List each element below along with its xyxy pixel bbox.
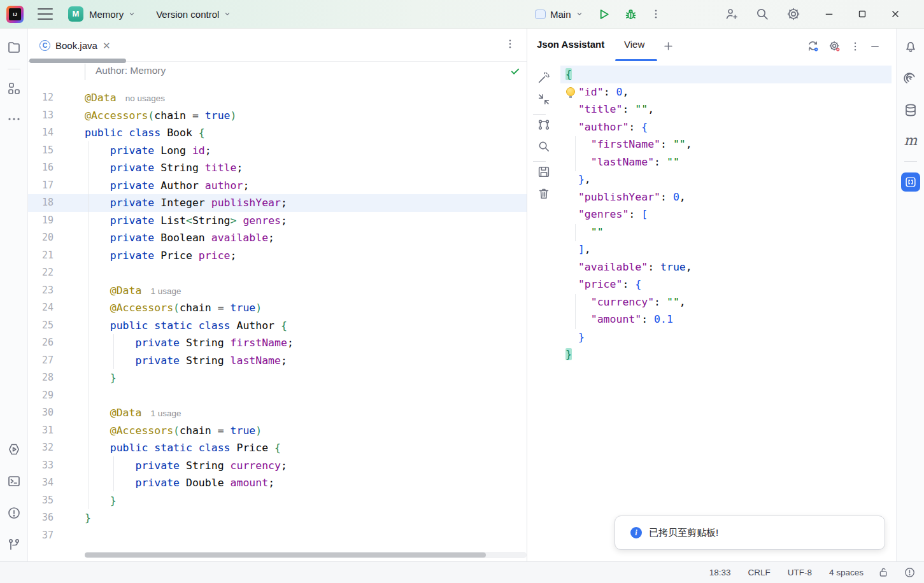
panel-options-icon[interactable] [849, 41, 861, 52]
line-number[interactable]: 12 [28, 89, 53, 107]
line-number[interactable]: 27 [28, 352, 53, 370]
chevron-down-icon[interactable] [574, 9, 585, 19]
line-number[interactable]: 29 [28, 387, 53, 405]
line-number[interactable]: 32 [28, 439, 53, 457]
debug-button[interactable] [623, 7, 638, 22]
code-line[interactable]: 27 private String lastName; [28, 352, 527, 370]
line-number[interactable]: 34 [28, 474, 53, 492]
code-line[interactable]: 19 private List<String> genres; [28, 212, 527, 230]
usage-hint[interactable]: 1 usage [150, 409, 181, 418]
tab-view[interactable]: View [624, 39, 644, 50]
line-number[interactable]: 25 [28, 317, 53, 335]
chevron-down-icon[interactable] [222, 9, 232, 19]
collapse-all-icon[interactable] [537, 92, 551, 106]
save-icon[interactable] [537, 165, 551, 179]
line-number[interactable]: 35 [28, 492, 53, 510]
run-tool-icon[interactable] [6, 442, 22, 457]
json-line[interactable]: "title": "", [560, 101, 892, 118]
line-number[interactable]: 28 [28, 369, 53, 387]
usage-hint[interactable]: 1 usage [150, 286, 181, 296]
code-line[interactable]: 30 @Data1 usage [28, 404, 527, 422]
structure-tool-icon[interactable] [6, 81, 22, 96]
git-tool-icon[interactable] [6, 537, 22, 552]
json-line[interactable]: "available": true, [560, 258, 892, 276]
json-line[interactable]: } [560, 346, 892, 363]
json-line[interactable]: "id": 0, [560, 83, 892, 101]
delete-trash-icon[interactable] [537, 186, 551, 200]
structure-nodes-icon[interactable] [537, 118, 551, 132]
intention-bulb-icon[interactable] [566, 87, 575, 96]
code-with-me-icon[interactable] [723, 6, 739, 22]
line-number[interactable]: 18 [28, 194, 53, 212]
more-actions-icon[interactable] [650, 8, 662, 20]
code-line[interactable]: 14public class Book { [28, 124, 527, 142]
database-tool-icon[interactable] [903, 102, 918, 118]
toast-notification[interactable]: i 已拷贝至剪贴板! [615, 516, 885, 550]
run-button[interactable] [597, 7, 611, 22]
code-line[interactable]: 34 private Double amount; [28, 474, 527, 492]
json-line[interactable]: "" [560, 223, 892, 241]
code-line[interactable]: 20 private Boolean available; [28, 229, 527, 247]
panel-settings-gear-icon[interactable] [828, 39, 841, 53]
code-line[interactable]: 15 private Long id; [28, 142, 527, 160]
code-line[interactable]: 37 [28, 527, 527, 545]
vcs-widget[interactable]: Version control [156, 9, 219, 20]
add-tab-icon[interactable] [662, 40, 674, 52]
code-line[interactable]: 17 private Author author; [28, 177, 527, 195]
problems-tool-icon[interactable] [6, 505, 22, 521]
code-line[interactable]: 22 [28, 264, 527, 282]
line-number[interactable]: 36 [28, 509, 53, 527]
minimize-button[interactable] [823, 8, 835, 20]
code-line[interactable]: 35 } [28, 492, 527, 510]
beautify-wand-icon[interactable] [537, 71, 551, 85]
line-number[interactable]: 19 [28, 212, 53, 230]
code-line[interactable]: 18 private Integer publishYear; [28, 194, 527, 212]
json-line[interactable]: { [560, 66, 892, 83]
inspections-ok-icon[interactable] [509, 66, 521, 77]
scrollbar-thumb[interactable] [85, 552, 486, 558]
code-line[interactable]: 16 private String title; [28, 159, 527, 177]
tab-book-java[interactable]: C Book.java ✕ [33, 29, 117, 62]
code-line[interactable]: 25 public static class Author { [28, 317, 527, 335]
code-line[interactable]: 28 } [28, 369, 527, 387]
line-number[interactable]: 16 [28, 159, 53, 177]
settings-gear-icon[interactable] [786, 6, 801, 22]
run-config-name[interactable]: Main [550, 9, 571, 20]
json-line[interactable]: "lastName": "" [560, 153, 892, 171]
project-badge[interactable]: M [68, 6, 83, 22]
find-icon[interactable] [537, 139, 551, 153]
line-number[interactable]: 13 [28, 107, 53, 125]
app-logo-icon[interactable]: IJ [6, 6, 24, 23]
more-tool-windows-icon[interactable] [6, 111, 22, 127]
project-name[interactable]: Memory [89, 9, 124, 20]
line-number[interactable]: 15 [28, 142, 53, 160]
code-line[interactable]: 36} [28, 509, 527, 527]
project-tool-icon[interactable] [6, 39, 22, 55]
json-line[interactable]: } [560, 328, 892, 346]
terminal-tool-icon[interactable] [6, 474, 22, 489]
chevron-down-icon[interactable] [127, 9, 137, 19]
code-line[interactable]: 12@Datano usages [28, 89, 527, 107]
line-number[interactable]: 26 [28, 334, 53, 352]
json-line[interactable]: "currency": "", [560, 293, 892, 311]
code-line[interactable]: 13@Accessors(chain = true) [28, 107, 527, 125]
code-line[interactable]: 23 @Data1 usage [28, 282, 527, 300]
search-everywhere-icon[interactable] [755, 6, 770, 22]
caret-position[interactable]: 18:33 [709, 568, 731, 577]
notifications-bell-icon[interactable] [903, 39, 918, 54]
line-number[interactable]: 14 [28, 124, 53, 142]
json-line[interactable]: "genres": [ [560, 206, 892, 223]
line-number[interactable]: 17 [28, 177, 53, 195]
code-line[interactable]: 24 @Accessors(chain = true) [28, 299, 527, 317]
line-number[interactable]: 31 [28, 422, 53, 440]
line-number[interactable]: 24 [28, 299, 53, 317]
close-window-button[interactable] [889, 8, 902, 20]
maximize-button[interactable] [856, 8, 869, 20]
line-number[interactable]: 30 [28, 404, 53, 422]
auto-refresh-settings-icon[interactable] [806, 39, 820, 53]
tab-options-icon[interactable] [504, 38, 516, 50]
line-number[interactable]: 22 [28, 264, 53, 282]
usage-hint[interactable]: no usages [125, 94, 165, 103]
code-line[interactable]: 21 private Price price; [28, 247, 527, 265]
code-line[interactable]: 26 private String firstName; [28, 334, 527, 352]
